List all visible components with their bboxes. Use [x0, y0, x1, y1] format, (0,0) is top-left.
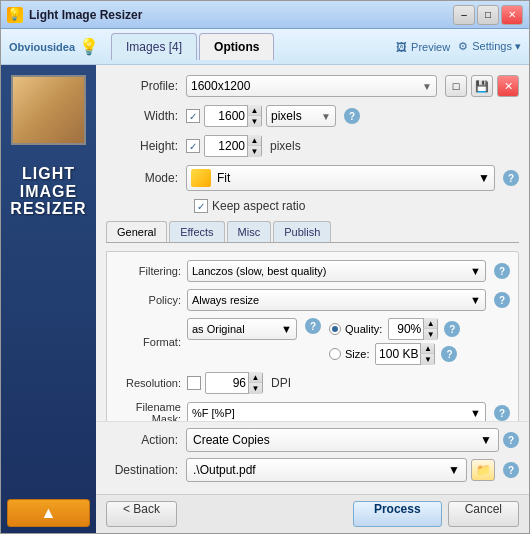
action-row: Action: Create Copies ▼ ?: [106, 428, 519, 452]
cancel-button[interactable]: Cancel: [448, 501, 519, 527]
company-logo: Obviousidea 💡: [9, 37, 99, 56]
filename-chevron-icon: ▼: [470, 407, 481, 419]
height-decrement-button[interactable]: ▼: [247, 146, 261, 157]
height-spinbox[interactable]: ▲ ▼: [204, 135, 262, 157]
profile-dropdown[interactable]: 1600x1200 ▼: [186, 75, 437, 97]
size-label: Size:: [345, 348, 369, 360]
quality-input[interactable]: [389, 322, 423, 336]
mode-dropdown[interactable]: Fit ▼: [186, 165, 495, 191]
preview-button[interactable]: 🖼 Preview: [396, 41, 450, 53]
quality-increment-button[interactable]: ▲: [423, 318, 437, 329]
window-controls: – □ ✕: [453, 5, 523, 25]
filename-dropdown[interactable]: %F [%P] ▼: [187, 402, 486, 421]
unit-chevron-icon: ▼: [321, 111, 331, 122]
policy-dropdown[interactable]: Always resize ▼: [187, 289, 486, 311]
browse-folder-button[interactable]: 📁: [471, 459, 495, 481]
quality-help-icon[interactable]: ?: [444, 321, 460, 337]
tab-images[interactable]: Images [4]: [111, 33, 197, 60]
policy-label: Policy:: [115, 294, 187, 306]
format-dropdown[interactable]: as Original ▼: [187, 318, 297, 340]
width-spinbox-buttons: ▲ ▼: [247, 105, 261, 127]
height-checkbox[interactable]: [186, 139, 200, 153]
chevron-down-icon: ▼: [422, 81, 432, 92]
height-input[interactable]: [205, 139, 247, 153]
profile-delete-button[interactable]: ✕: [497, 75, 519, 97]
settings-button[interactable]: ⚙ Settings ▾: [458, 40, 521, 53]
size-help-icon[interactable]: ?: [441, 346, 457, 362]
main-tabs: Images [4] Options: [111, 33, 276, 60]
format-label: Format:: [115, 336, 187, 348]
close-button[interactable]: ✕: [501, 5, 523, 25]
width-checkbox[interactable]: [186, 109, 200, 123]
aspect-ratio-checkbox[interactable]: [194, 199, 208, 213]
height-increment-button[interactable]: ▲: [247, 135, 261, 146]
width-input[interactable]: [205, 109, 247, 123]
size-input[interactable]: [376, 347, 420, 361]
action-dropdown[interactable]: Create Copies ▼: [186, 428, 499, 452]
width-spinbox[interactable]: ▲ ▼: [204, 105, 262, 127]
size-radio[interactable]: [329, 348, 341, 360]
minimize-button[interactable]: –: [453, 5, 475, 25]
size-decrement-button[interactable]: ▼: [420, 354, 434, 365]
resolution-checkbox[interactable]: [187, 376, 201, 390]
back-button[interactable]: < Back: [106, 501, 177, 527]
mode-control: Fit ▼ ?: [186, 165, 519, 191]
bottom-section: Action: Create Copies ▼ ? Destination: .…: [96, 421, 529, 494]
size-radio-row: Size: ▲ ▼ ?: [329, 343, 460, 365]
mode-chevron-icon: ▼: [478, 171, 490, 185]
filename-row: Filename Mask: %F [%P] ▼ ?: [115, 401, 510, 421]
quality-radio[interactable]: [329, 323, 341, 335]
width-decrement-button[interactable]: ▼: [247, 116, 261, 127]
resolution-decrement-button[interactable]: ▼: [248, 383, 262, 394]
filtering-dropdown[interactable]: Lanczos (slow, best quality) ▼: [187, 260, 486, 282]
size-spinbox[interactable]: ▲ ▼: [375, 343, 435, 365]
filename-help-icon[interactable]: ?: [494, 405, 510, 421]
mode-help-icon[interactable]: ?: [503, 170, 519, 186]
width-help-icon[interactable]: ?: [344, 108, 360, 124]
sidebar-arrow-button[interactable]: ▲: [7, 499, 90, 527]
resolution-input[interactable]: [206, 376, 248, 390]
resolution-increment-button[interactable]: ▲: [248, 372, 262, 383]
policy-help-icon[interactable]: ?: [494, 292, 510, 308]
profile-icons: □ 💾 ✕: [445, 75, 519, 97]
tab-effects[interactable]: Effects: [169, 221, 224, 242]
resolution-row: Resolution: ▲ ▼ DPI: [115, 372, 510, 394]
tab-options[interactable]: Options: [199, 33, 274, 60]
sidebar-artwork: [11, 75, 86, 145]
maximize-button[interactable]: □: [477, 5, 499, 25]
height-row: Height: ▲ ▼ pixels: [106, 135, 519, 157]
tab-general[interactable]: General: [106, 221, 167, 242]
action-help-icon[interactable]: ?: [503, 432, 519, 448]
format-control: as Original ▼ ? Quality:: [187, 318, 510, 365]
main-window: 💡 Light Image Resizer – □ ✕ Obviousidea …: [0, 0, 530, 534]
policy-chevron-icon: ▼: [470, 294, 481, 306]
resolution-spinbox[interactable]: ▲ ▼: [205, 372, 263, 394]
destination-help-icon[interactable]: ?: [503, 462, 519, 478]
filtering-row: Filtering: Lanczos (slow, best quality) …: [115, 260, 510, 282]
height-spinbox-buttons: ▲ ▼: [247, 135, 261, 157]
profile-copy-button[interactable]: □: [445, 75, 467, 97]
quality-spinbox[interactable]: ▲ ▼: [388, 318, 438, 340]
tab-publish[interactable]: Publish: [273, 221, 331, 242]
destination-label: Destination:: [106, 463, 186, 477]
quality-decrement-button[interactable]: ▼: [423, 329, 437, 340]
policy-control: Always resize ▼ ?: [187, 289, 510, 311]
filtering-help-icon[interactable]: ?: [494, 263, 510, 279]
destination-dropdown[interactable]: .\Output.pdf ▼: [186, 458, 467, 482]
format-help-icon[interactable]: ?: [305, 318, 321, 334]
resolution-unit: DPI: [271, 376, 291, 390]
profile-control: 1600x1200 ▼ □ 💾 ✕: [186, 75, 519, 97]
profile-row: Profile: 1600x1200 ▼ □ 💾 ✕: [106, 75, 519, 97]
quality-label: Quality:: [345, 323, 382, 335]
process-button[interactable]: Process: [353, 501, 442, 527]
resolution-label: Resolution:: [115, 377, 187, 389]
general-panel: Filtering: Lanczos (slow, best quality) …: [106, 251, 519, 421]
width-unit-dropdown[interactable]: pixels ▼: [266, 105, 336, 127]
tab-misc[interactable]: Misc: [227, 221, 272, 242]
aspect-ratio-row: Keep aspect ratio: [194, 199, 519, 213]
content-area: Profile: 1600x1200 ▼ □ 💾 ✕: [96, 65, 529, 533]
size-increment-button[interactable]: ▲: [420, 343, 434, 354]
logo-icon: 💡: [79, 37, 99, 56]
profile-save-button[interactable]: 💾: [471, 75, 493, 97]
width-increment-button[interactable]: ▲: [247, 105, 261, 116]
